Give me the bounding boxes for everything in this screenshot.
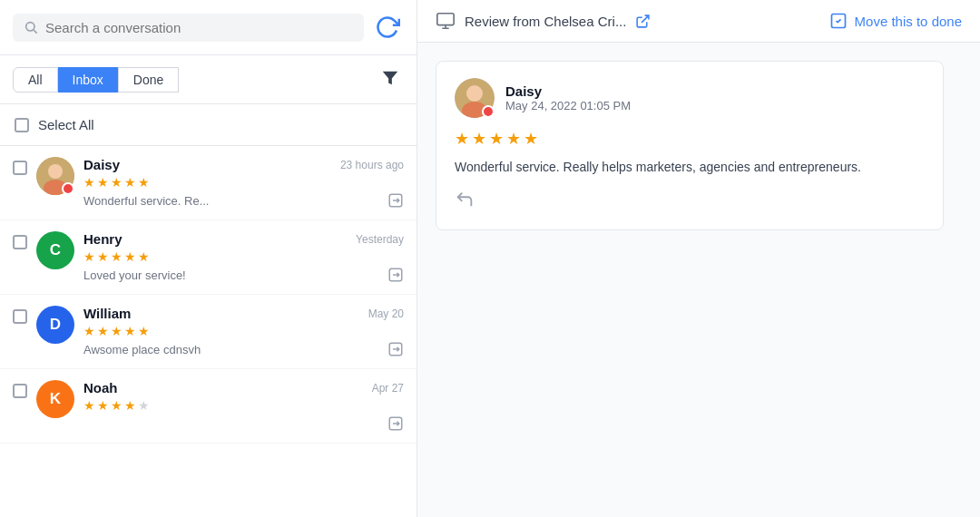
avatar-badge-daisy — [62, 182, 74, 195]
conv-checkbox-noah[interactable] — [13, 384, 27, 398]
conv-stars-william: ★ ★ ★ ★ ★ — [83, 324, 404, 338]
check-done-icon — [829, 12, 848, 30]
conversation-item-daisy[interactable]: Daisy 23 hours ago ★ ★ ★ ★ ★ Wonderful s… — [0, 146, 416, 220]
conv-preview-henry: Loved your service! — [83, 268, 186, 282]
filter-button[interactable] — [377, 64, 404, 94]
message-author-row: Daisy May 24, 2022 01:05 PM — [455, 78, 925, 118]
tab-done[interactable]: Done — [118, 67, 179, 93]
conv-stars-noah: ★ ★ ★ ★ ★ — [83, 398, 404, 413]
conversations-list: Daisy 23 hours ago ★ ★ ★ ★ ★ Wonderful s… — [0, 146, 416, 517]
filter-icon — [380, 68, 400, 88]
svg-line-10 — [642, 15, 649, 23]
conv-time-william: May 20 — [368, 307, 404, 320]
external-link-icon[interactable] — [635, 14, 651, 29]
svg-line-1 — [34, 30, 37, 34]
conversation-item-william[interactable]: D William May 20 ★ ★ ★ ★ ★ Awsome place … — [0, 295, 416, 369]
conversation-item-henry[interactable]: C Henry Yesterday ★ ★ ★ ★ ★ Loved your s… — [0, 220, 416, 295]
conv-name-noah: Noah — [83, 380, 118, 395]
conv-preview-row-william: Awsome place cdnsvh — [83, 341, 404, 357]
conv-preview-row-noah — [83, 415, 404, 432]
conv-content-william: William May 20 ★ ★ ★ ★ ★ Awsome place cd… — [83, 306, 404, 357]
svg-point-3 — [48, 164, 63, 179]
search-icon — [24, 20, 38, 34]
reply-icon-daisy — [387, 192, 404, 209]
avatar-william: D — [36, 306, 74, 344]
conv-time-noah: Apr 27 — [372, 382, 404, 395]
right-panel: Review from Chelsea Cri... Move this to … — [417, 0, 980, 517]
conv-preview-row-henry: Loved your service! — [83, 267, 404, 283]
right-content: Daisy May 24, 2022 01:05 PM ★ ★ ★ ★ ★ Wo… — [417, 43, 980, 517]
svg-point-0 — [26, 23, 34, 31]
tabs-row: All Inbox Done — [0, 55, 416, 104]
search-input-wrapper — [13, 14, 364, 42]
left-panel: All Inbox Done Select All — [0, 0, 417, 517]
conv-content-noah: Noah Apr 27 ★ ★ ★ ★ ★ — [83, 380, 404, 432]
conv-stars-henry: ★ ★ ★ ★ ★ — [83, 249, 404, 264]
conv-name-william: William — [83, 306, 131, 321]
conv-name-daisy: Daisy — [83, 157, 120, 172]
conv-content-daisy: Daisy 23 hours ago ★ ★ ★ ★ ★ Wonderful s… — [83, 157, 404, 209]
avatar-henry: C — [36, 231, 74, 269]
search-input[interactable] — [45, 20, 353, 35]
review-icon — [436, 11, 456, 31]
message-card: Daisy May 24, 2022 01:05 PM ★ ★ ★ ★ ★ Wo… — [436, 61, 944, 230]
refresh-button[interactable] — [371, 11, 404, 44]
move-to-done-button[interactable]: Move this to done — [829, 12, 962, 30]
svg-point-13 — [466, 85, 483, 102]
review-title: Review from Chelsea Cri... — [465, 14, 626, 29]
avatar-daisy — [36, 157, 74, 195]
avatar-noah: K — [36, 380, 74, 418]
message-date: May 24, 2022 01:05 PM — [505, 99, 631, 112]
conv-checkbox-william[interactable] — [13, 309, 27, 324]
message-author-name: Daisy — [505, 83, 631, 99]
conv-checkbox-daisy[interactable] — [13, 161, 27, 175]
reply-icon-henry — [387, 267, 404, 283]
conv-preview-daisy: Wonderful service. Re... — [83, 194, 209, 208]
conv-header-noah: Noah Apr 27 — [83, 380, 404, 395]
select-all-row: Select All — [0, 104, 416, 146]
conv-header-william: William May 20 — [83, 306, 404, 321]
message-avatar-daisy — [455, 78, 495, 118]
select-all-checkbox[interactable] — [15, 118, 29, 132]
right-header: Review from Chelsea Cri... Move this to … — [417, 0, 980, 43]
conv-time-daisy: 23 hours ago — [340, 159, 404, 171]
tab-all[interactable]: All — [13, 67, 58, 93]
conv-content-henry: Henry Yesterday ★ ★ ★ ★ ★ Loved your ser… — [83, 231, 404, 283]
tab-inbox[interactable]: Inbox — [58, 67, 118, 93]
search-bar — [0, 0, 416, 55]
conv-preview-william: Awsome place cdnsvh — [83, 343, 201, 356]
message-author-info: Daisy May 24, 2022 01:05 PM — [505, 83, 631, 112]
message-stars: ★ ★ ★ ★ ★ — [455, 129, 925, 149]
refresh-icon — [375, 15, 400, 40]
message-reply-icon[interactable] — [455, 190, 475, 210]
reply-icon-noah — [387, 415, 404, 432]
conv-checkbox-henry[interactable] — [13, 235, 27, 249]
reply-icon-william — [387, 341, 404, 357]
conv-preview-row-daisy: Wonderful service. Re... — [83, 192, 404, 209]
svg-rect-9 — [437, 14, 454, 25]
conv-name-henry: Henry — [83, 231, 122, 247]
move-done-label: Move this to done — [855, 14, 962, 29]
conv-stars-daisy: ★ ★ ★ ★ ★ — [83, 175, 404, 190]
conv-header-henry: Henry Yesterday — [83, 231, 404, 247]
message-text: Wonderful service. Really helps marketer… — [455, 158, 925, 177]
conv-header-daisy: Daisy 23 hours ago — [83, 157, 404, 172]
message-avatar-badge — [482, 105, 495, 118]
select-all-label: Select All — [38, 117, 94, 132]
conv-time-henry: Yesterday — [356, 233, 404, 246]
conversation-item-noah[interactable]: K Noah Apr 27 ★ ★ ★ ★ ★ — [0, 369, 416, 444]
